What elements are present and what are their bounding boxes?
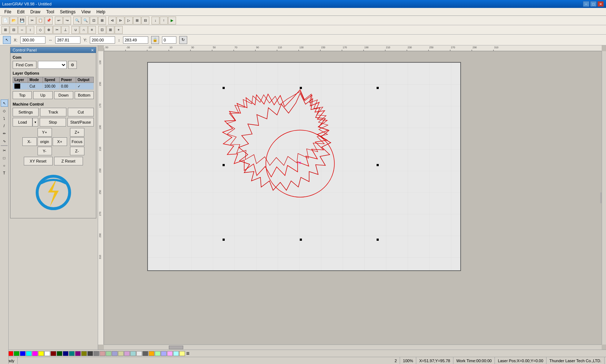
menu-help[interactable]: Help (93, 9, 108, 15)
color-swatch-darkblue[interactable] (63, 351, 69, 356)
eraser-tool[interactable]: ✂ (1, 147, 8, 154)
x-input[interactable] (20, 36, 45, 44)
menu-file[interactable]: File (1, 9, 14, 15)
control-panel-close[interactable]: ✕ (91, 48, 94, 52)
redo-button[interactable]: ↪ (63, 17, 71, 25)
stop-button[interactable]: Stop (40, 118, 66, 126)
text-tool[interactable]: T (1, 169, 8, 177)
undo-button[interactable]: ↩ (55, 17, 63, 25)
com-settings-button[interactable]: ⚙ (68, 61, 77, 69)
color-swatch-periwinkle[interactable] (161, 351, 167, 356)
color-swatch-mintgreen[interactable] (155, 351, 161, 356)
measure-button[interactable]: ⌖ (115, 26, 123, 34)
extend-button[interactable]: ⊥ (61, 26, 69, 34)
pen-tool[interactable]: ✏ (1, 130, 8, 137)
drawing-canvas[interactable]: ✕ (104, 51, 602, 345)
layer-down-button[interactable]: Down (54, 91, 73, 99)
bool-union-button[interactable]: ∪ (71, 26, 79, 34)
distribute-button[interactable]: ≡ (88, 26, 96, 34)
mirror-v-button[interactable]: ↕ (26, 26, 34, 34)
xy-reset-button[interactable]: XY Reset (24, 157, 53, 165)
color-swatch-lilac[interactable] (124, 351, 130, 356)
color-swatch-olive[interactable] (81, 351, 87, 356)
color-swatch-orange[interactable] (149, 351, 154, 356)
track-button[interactable]: Track (40, 108, 66, 116)
menu-tool[interactable]: Tool (43, 9, 57, 15)
settings-button[interactable]: Settings (13, 108, 39, 116)
color-swatch-orchid[interactable] (167, 351, 173, 356)
menu-draw[interactable]: Draw (27, 9, 43, 15)
y-plus-button[interactable]: Y+ (38, 128, 52, 137)
node-tool[interactable]: ◇ (1, 107, 8, 114)
weld-button[interactable]: ⊕ (45, 26, 53, 34)
layer-bottom-button[interactable]: Bottom (75, 91, 94, 99)
rect-tool[interactable]: □ (1, 154, 8, 161)
lock-proportions-button[interactable]: 🔒 (151, 36, 159, 44)
load-dropdown-button[interactable]: ▼ (32, 118, 38, 126)
cut-laser-button[interactable]: Cut (68, 108, 94, 116)
align-center-button[interactable]: ⊳ (117, 17, 124, 25)
close-button[interactable]: ✕ (597, 1, 604, 7)
menu-settings[interactable]: Settings (57, 9, 78, 15)
z-plus-button[interactable]: Z+ (70, 128, 84, 137)
bool-diff-button[interactable]: ∩ (80, 26, 88, 34)
line-tool[interactable]: / (1, 122, 8, 129)
load-button[interactable]: Load (13, 118, 32, 126)
layer-top-button[interactable]: Top (13, 91, 32, 99)
menu-view[interactable]: View (78, 9, 93, 15)
more-colors-button[interactable]: ≡ (185, 350, 190, 357)
layer-up-button[interactable]: Up (33, 91, 52, 99)
color-swatch-khaki[interactable] (118, 351, 124, 356)
color-swatch-aqua[interactable] (173, 351, 179, 356)
select-tool-active[interactable]: ↖ (3, 36, 11, 44)
open-button[interactable]: 📂 (10, 17, 18, 25)
zoom-fit-button[interactable]: ⊡ (90, 17, 98, 25)
color-swatch-white[interactable] (44, 351, 50, 356)
bezier-tool[interactable]: ∿ (1, 137, 8, 145)
ellipse-tool[interactable]: ○ (1, 162, 8, 169)
grid-button[interactable]: ⊟ (10, 26, 18, 34)
color-swatch-cyan[interactable] (26, 351, 32, 356)
mirror-h-button[interactable]: ↔ (18, 26, 26, 34)
zoom-out-button[interactable]: 🔍 (82, 17, 89, 25)
color-swatch-darkgray[interactable] (87, 351, 93, 356)
new-button[interactable]: 📄 (1, 17, 9, 25)
color-swatch-darkgreen[interactable] (57, 351, 62, 356)
x-plus-button[interactable]: X+ (53, 137, 67, 146)
maximize-button[interactable]: □ (590, 1, 597, 7)
color-swatch-purple[interactable] (75, 351, 81, 356)
trim-button[interactable]: ✂ (53, 26, 61, 34)
select-tool[interactable]: ↖ (1, 99, 8, 107)
color-swatch-pink[interactable] (100, 351, 105, 356)
color-swatch-lightgray[interactable] (136, 351, 142, 356)
com-dropdown[interactable] (38, 61, 67, 69)
x-minus-button[interactable]: X- (22, 137, 37, 146)
focus-button[interactable]: Focus (70, 137, 84, 146)
align-right-button[interactable]: ▷ (125, 17, 133, 25)
color-swatch-magenta[interactable] (32, 351, 38, 356)
color-swatch-cream[interactable] (179, 351, 185, 356)
z-reset-button[interactable]: Z Reset (54, 157, 83, 165)
color-swatch-lightcyan[interactable] (130, 351, 136, 356)
color-swatch-teal[interactable] (69, 351, 75, 356)
z-minus-button[interactable]: Z- (70, 147, 84, 155)
paste-button[interactable]: 📌 (45, 17, 53, 25)
color-swatch-blue[interactable] (20, 351, 26, 356)
snap-button[interactable]: ⊞ (1, 26, 9, 34)
polyline-tool[interactable]: ⤵ (1, 115, 8, 122)
minimize-button[interactable]: − (583, 1, 589, 7)
array-button[interactable]: ⊞ (106, 26, 114, 34)
find-com-button[interactable]: Find Com (13, 61, 36, 69)
rotate-button[interactable]: ↻ (179, 36, 187, 44)
y-minus-button[interactable]: Y- (38, 147, 52, 155)
node-edit-button[interactable]: ◇ (36, 26, 44, 34)
hscroll-thumb[interactable] (169, 346, 183, 349)
color-swatch-lightblue[interactable] (112, 351, 118, 356)
color-swatch-lightgreen[interactable] (106, 351, 111, 356)
save-button[interactable]: 💾 (18, 17, 26, 25)
group-button[interactable]: ⊞ (133, 17, 141, 25)
y-input[interactable] (90, 36, 115, 44)
color-swatch-green[interactable] (14, 351, 19, 356)
start-pause-button[interactable]: Start/Pause (67, 118, 94, 126)
zoom-select-button[interactable]: ⊞ (98, 17, 106, 25)
